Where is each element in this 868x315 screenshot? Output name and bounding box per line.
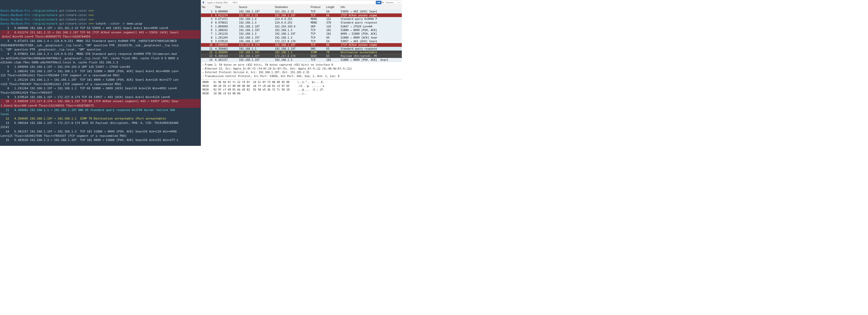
packet-row[interactable]: 8 1.291264 192.168.1.197 192.168.1.3 TCP… — [201, 36, 402, 39]
cell-len: 54 — [325, 39, 340, 43]
cell-time: 6.380164 — [214, 54, 238, 58]
cell-dst: 192.168.1.1 — [274, 51, 310, 54]
cell-time: 1.291264 — [214, 36, 238, 39]
cell-src: 192.168.1.3 — [238, 21, 274, 25]
cell-info: Standard query response — [340, 21, 402, 25]
display-filter-input[interactable] — [206, 1, 375, 4]
cell-proto: TCP — [310, 39, 325, 43]
cell-info: 52847 → 27020 Len=84 — [340, 25, 402, 28]
cell-proto: TCP — [310, 36, 325, 39]
cell-proto: TCP — [310, 10, 325, 13]
cell-proto: ICMP — [310, 51, 325, 54]
cell-info: 52880 → 8009 [PSH, ACK] — [340, 28, 402, 32]
hex-dump-pane[interactable]: 0000 5c 96 9d 6f fc 22 f4 0f 24 3c 0f f3… — [201, 79, 402, 146]
cell-time: 1.009999 — [214, 25, 238, 28]
cell-no: 2 — [201, 13, 214, 17]
packet-row[interactable]: 1 0.000000 192.168.1.197 151.101.2.15 TC… — [201, 10, 402, 13]
cell-len: 378 — [325, 21, 340, 25]
packet-row[interactable]: 9 3.678510 192.168.1.197 172.217.8.174 T… — [201, 39, 402, 43]
packet-list-header[interactable]: No. Time Source Destination Protocol Len… — [201, 5, 402, 9]
cell-proto: TCP — [310, 28, 325, 32]
bookmark-icon[interactable] — [202, 1, 205, 4]
filter-dropdown-icon[interactable]: ▾ — [382, 1, 383, 4]
cell-len: 181 — [325, 32, 340, 36]
cell-len: 152 — [325, 17, 340, 21]
cell-dst: 192.168.1.3 — [274, 28, 310, 32]
cell-no: 10 — [201, 43, 214, 47]
cell-len: 66 — [325, 36, 340, 39]
cell-len: 54 — [325, 10, 340, 13]
expression-button[interactable]: Expression… — [384, 1, 397, 4]
cell-src: 192.168.1.197 — [238, 25, 274, 28]
expand-icon[interactable]: ▸ — [202, 70, 204, 75]
cell-len: 126 — [325, 25, 340, 28]
expand-icon[interactable]: ▸ — [202, 74, 204, 78]
cell-proto: TCP — [310, 13, 325, 17]
detail-row[interactable]: ▸Ethernet II, Src: Apple_3c:0f:f3 (f4:0f… — [202, 67, 400, 70]
packet-row[interactable]: 5 1.009999 192.168.1.197 162.254.193.6 U… — [201, 25, 402, 28]
expand-icon[interactable]: ▸ — [202, 67, 204, 70]
col-dest[interactable]: Destination — [274, 5, 310, 9]
detail-text: Transmission Control Protocol, Src Port:… — [205, 74, 339, 78]
cell-proto: UDP — [310, 25, 325, 28]
cell-info: [TCP ACKed unseen segme — [340, 43, 402, 47]
col-proto[interactable]: Protocol — [310, 5, 325, 9]
col-time[interactable]: Time — [214, 5, 238, 9]
packet-row[interactable]: 3 0.671471 192.168.1.4 224.0.0.251 MDNS … — [201, 17, 402, 21]
packet-row[interactable]: 12 4.358445 192.168.1.197 192.168.1.1 IC… — [201, 51, 402, 54]
cell-no: 14 — [201, 58, 214, 62]
col-info[interactable]: Info — [340, 5, 402, 9]
packet-row[interactable]: 6 1.288242 192.168.1.197 192.168.1.3 TCP… — [201, 28, 402, 32]
col-len[interactable]: Length — [325, 5, 340, 9]
packet-details-pane[interactable]: ▸Frame 1: 54 bytes on wire (432 bits), 5… — [201, 62, 402, 79]
cell-src: 192.168.1.197 — [238, 10, 274, 13]
cell-time: 0.000000 — [214, 10, 238, 13]
packet-row[interactable]: 2 0.012274 151.101.2.15 192.168.1.197 TC… — [201, 13, 402, 17]
cell-dst: 192.168.1.197 — [274, 47, 310, 51]
cell-info: Standard query 0x0000 P — [340, 17, 402, 21]
detail-row[interactable]: ▸Internet Protocol Version 4, Src: 192.1… — [202, 70, 400, 75]
detail-row[interactable]: ▸Transmission Control Protocol, Src Port… — [202, 74, 400, 78]
cell-no: 11 — [201, 47, 214, 51]
cell-src: 192.168.1.197 — [238, 58, 274, 62]
add-filter-button[interactable]: + — [398, 1, 401, 4]
cell-src: 192.168.1.197 — [238, 51, 274, 54]
cell-no: 9 — [201, 39, 214, 43]
detail-row[interactable]: ▸Frame 1: 54 bytes on wire (432 bits), 5… — [202, 63, 400, 67]
packet-list: No. Time Source Destination Protocol Len… — [201, 5, 402, 62]
packet-row[interactable]: 11 4.358402 192.168.1.1 192.168.1.197 DN… — [201, 47, 402, 51]
wireshark-pane: ▾ Expression… + No. Time Source Destinat… — [201, 0, 402, 146]
cell-dst: 162.254.193.6 — [274, 25, 310, 28]
expand-icon[interactable]: ▸ — [202, 63, 204, 67]
cell-src: 192.168.1.197 — [238, 39, 274, 43]
cell-info: 52880 → 8009 [ACK] Seq= — [340, 36, 402, 39]
cell-len: 70 — [325, 51, 340, 54]
cell-info: 8009 → 52880 [PSH, ACK] — [340, 32, 402, 36]
cell-dst: 192.168.1.197 — [274, 13, 310, 17]
cell-len: 65 — [325, 47, 340, 51]
cell-time: 3.690599 — [214, 43, 238, 47]
cell-src: 192.168.1.197 — [238, 36, 274, 39]
packet-row[interactable]: 14 6.381157 192.168.1.197 192.168.1.3 TC… — [201, 58, 402, 62]
cell-dst: 224.0.0.251 — [274, 17, 310, 21]
cell-no: 8 — [201, 36, 214, 39]
packet-row[interactable]: 4 0.978831 192.168.1.3 224.0.0.251 MDNS … — [201, 21, 402, 25]
cell-proto: QUIC — [310, 54, 325, 58]
cell-no: 1 — [201, 10, 214, 13]
cell-time: 0.978831 — [214, 21, 238, 25]
cell-info: 52880 → 8009 [PSH, ACK] Seq=1 — [340, 58, 402, 62]
cell-time: 1.291216 — [214, 32, 238, 36]
cell-info: Payload (Encrypted), PK — [340, 54, 402, 58]
detail-text: Ethernet II, Src: Apple_3c:0f:f3 (f4:0f:… — [205, 67, 352, 70]
cell-no: 6 — [201, 28, 214, 32]
packet-row[interactable]: 7 1.291216 192.168.1.3 192.168.1.197 TCP… — [201, 32, 402, 36]
col-no[interactable]: No. — [201, 5, 214, 9]
col-source[interactable]: Source — [238, 5, 274, 9]
packet-row[interactable]: 10 3.690599 172.217.8.174 192.168.1.197 … — [201, 43, 402, 47]
cell-dst: 172.217.8.174 — [274, 39, 310, 43]
cell-len: 66 — [325, 13, 340, 17]
cell-src: 192.168.1.197 — [238, 54, 274, 58]
packet-row[interactable]: 13 6.380164 192.168.1.197 172.217.8.174 … — [201, 54, 402, 58]
apply-filter-button[interactable] — [376, 1, 381, 4]
cell-proto: TCP — [310, 58, 325, 62]
